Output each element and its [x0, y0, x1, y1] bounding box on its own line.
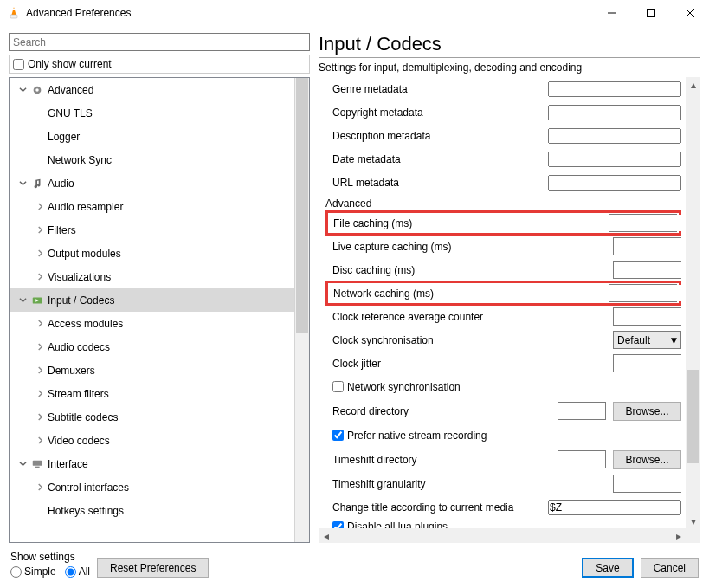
only-show-current-label: Only show current — [28, 58, 112, 70]
chevron-right-icon — [34, 273, 46, 281]
chevron-right-icon — [34, 413, 46, 421]
only-show-current-row[interactable]: Only show current — [9, 55, 310, 74]
tree-item-output-modules[interactable]: Output modules — [10, 242, 294, 265]
genre-metadata-input[interactable] — [548, 81, 681, 97]
chevron-right-icon — [34, 320, 46, 327]
chevron-right-icon — [34, 226, 46, 234]
tree-item-network-sync[interactable]: Network Sync — [10, 148, 294, 171]
codec-icon — [29, 294, 46, 307]
disc-caching-label: Disc caching (ms) — [325, 264, 613, 276]
chevron-right-icon — [34, 390, 46, 397]
gear-icon — [29, 84, 46, 96]
settings-hscrollbar[interactable]: ◂ ▸ — [319, 528, 686, 543]
svg-rect-1 — [13, 9, 15, 10]
simple-radio[interactable]: Simple — [10, 565, 56, 578]
search-input[interactable] — [9, 33, 310, 51]
show-settings-label: Show settings — [10, 551, 90, 563]
timeshift-gran-input[interactable]: ▲▼ — [613, 475, 681, 493]
network-sync-label: Network synchronisation — [347, 381, 461, 393]
disc-caching-input[interactable]: ▲▼ — [613, 261, 681, 279]
tree-item-audio-codecs[interactable]: Audio codecs — [10, 335, 294, 359]
settings-vscrollbar[interactable]: ▴ ▾ — [686, 77, 700, 528]
url-metadata-label: URL metadata — [325, 177, 548, 189]
description-metadata-input[interactable] — [548, 128, 681, 144]
only-show-current-checkbox[interactable] — [13, 59, 24, 70]
svg-rect-10 — [33, 460, 42, 465]
tree-item-interface[interactable]: Interface — [10, 452, 294, 475]
record-dir-input[interactable] — [558, 402, 606, 420]
clock-ref-label: Clock reference average counter — [325, 311, 613, 323]
network-sync-checkbox[interactable] — [332, 381, 344, 392]
clock-ref-input[interactable]: ▲▼ — [613, 307, 681, 326]
url-metadata-input[interactable] — [548, 175, 681, 191]
app-icon — [7, 6, 21, 20]
timeshift-dir-input[interactable] — [558, 450, 606, 468]
prefer-native-checkbox[interactable] — [332, 430, 344, 441]
iface-icon — [29, 458, 46, 470]
svg-point-7 — [35, 88, 39, 92]
tree-item-video-codecs[interactable]: Video codecs — [10, 429, 294, 452]
live-caching-label: Live capture caching (ms) — [325, 241, 613, 253]
network-caching-label: Network caching (ms) — [330, 288, 609, 300]
scroll-left-icon[interactable]: ◂ — [319, 528, 333, 543]
chevron-right-icon — [34, 249, 46, 257]
description-metadata-label: Description metadata — [325, 130, 548, 142]
live-caching-input[interactable]: ▲▼ — [613, 237, 681, 255]
timeshift-dir-label: Timeshift directory — [325, 454, 551, 466]
tree-item-audio-resampler[interactable]: Audio resampler — [10, 195, 294, 218]
cancel-button[interactable]: Cancel — [641, 558, 699, 578]
maximize-button[interactable] — [631, 0, 670, 26]
svg-rect-11 — [35, 466, 39, 468]
tree-item-audio[interactable]: Audio — [10, 171, 294, 195]
clock-sync-label: Clock synchronisation — [325, 334, 613, 346]
scroll-up-icon[interactable]: ▴ — [686, 77, 700, 92]
tree-scrollbar[interactable] — [294, 78, 309, 542]
svg-rect-0 — [10, 15, 17, 18]
chevron-down-icon — [16, 460, 29, 468]
clock-jitter-label: Clock jitter — [325, 358, 613, 370]
copyright-metadata-input[interactable] — [548, 105, 681, 120]
preferences-tree[interactable]: AdvancedGNU TLSLoggerNetwork SyncAudioAu… — [10, 78, 294, 542]
tree-item-filters[interactable]: Filters — [10, 218, 294, 242]
tree-item-input-codecs[interactable]: Input / Codecs — [10, 288, 294, 312]
date-metadata-input[interactable] — [548, 152, 681, 167]
change-title-input[interactable] — [548, 500, 681, 515]
change-title-label: Change title according to current media — [325, 501, 548, 514]
save-button[interactable]: Save — [582, 558, 633, 578]
chevron-down-icon — [16, 86, 29, 94]
record-dir-browse-button[interactable]: Browse... — [613, 402, 681, 421]
tree-item-stream-filters[interactable]: Stream filters — [10, 382, 294, 405]
chevron-right-icon — [34, 343, 46, 351]
titlebar: Advanced Preferences — [0, 0, 709, 26]
network-caching-input[interactable]: ▲▼ — [609, 284, 677, 302]
file-caching-highlight: File caching (ms) ▲▼ — [325, 210, 681, 236]
tree-item-visualizations[interactable]: Visualizations — [10, 265, 294, 288]
scroll-down-icon[interactable]: ▾ — [686, 514, 700, 528]
close-button[interactable] — [670, 0, 709, 26]
tree-item-subtitle-codecs[interactable]: Subtitle codecs — [10, 405, 294, 429]
tree-item-control-interfaces[interactable]: Control interfaces — [10, 475, 294, 499]
all-radio[interactable]: All — [65, 565, 90, 578]
tree-item-demuxers[interactable]: Demuxers — [10, 359, 294, 382]
tree-item-access-modules[interactable]: Access modules — [10, 312, 294, 335]
timeshift-dir-browse-button[interactable]: Browse... — [613, 450, 681, 469]
reset-preferences-button[interactable]: Reset Preferences — [97, 558, 209, 578]
tree-item-logger[interactable]: Logger — [10, 125, 294, 148]
tree-item-hotkeys-settings[interactable]: Hotkeys settings — [10, 499, 294, 522]
tree-item-gnu-tls[interactable]: GNU TLS — [10, 101, 294, 125]
disable-lua-checkbox[interactable] — [332, 521, 344, 529]
timeshift-gran-label: Timeshift granularity — [325, 478, 613, 490]
record-dir-label: Record directory — [325, 405, 551, 417]
page-subtitle: Settings for input, demultiplexing, deco… — [319, 61, 700, 74]
tree-item-advanced[interactable]: Advanced — [10, 78, 294, 101]
file-caching-input[interactable]: ▲▼ — [609, 214, 677, 232]
minimize-button[interactable] — [592, 0, 631, 26]
scroll-right-icon[interactable]: ▸ — [671, 528, 686, 543]
date-metadata-label: Date metadata — [325, 153, 548, 165]
chevron-right-icon — [34, 436, 46, 444]
copyright-metadata-label: Copyright metadata — [325, 107, 548, 119]
divider — [319, 57, 700, 58]
clock-sync-combo[interactable]: Default▼ — [613, 331, 681, 349]
clock-jitter-input[interactable]: ▲▼ — [613, 354, 681, 372]
chevron-right-icon — [34, 366, 46, 374]
